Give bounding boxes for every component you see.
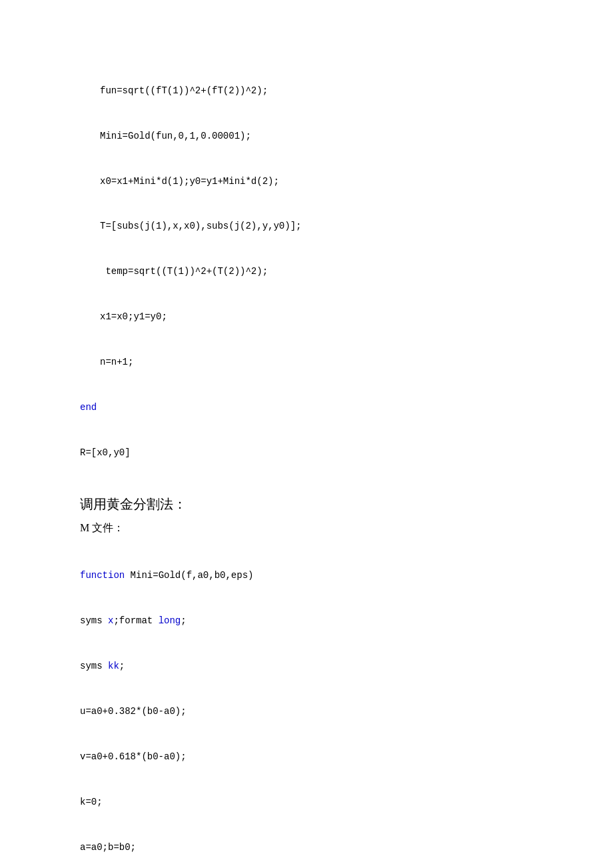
code-line: x0=x1+Mini*d(1);y0=y1+Mini*d(2); [80,174,573,189]
gold-code-block: function Mini=Gold(f,a0,b0,eps) syms x;f… [80,539,573,868]
gold-line-7: a=a0;b=b0; [80,840,573,855]
gold-line-4: u=a0+0.382*(b0-a0); [80,704,573,719]
code-line: temp=sqrt((T(1))^2+(T(2))^2); [80,264,573,279]
code-line-r: R=[x0,y0] [80,445,573,461]
section1-subtitle: M 文件： [80,517,573,539]
gold-line-5: v=a0+0.618*(b0-a0); [80,749,573,765]
gold-line-1: function Mini=Gold(f,a0,b0,eps) [80,568,573,583]
code-line: fun=sqrt((fT(1))^2+(fT(2))^2); [80,83,573,99]
gold-line-6: k=0; [80,795,573,810]
page-content: fun=sqrt((fT(1))^2+(fT(2))^2); Mini=Gold… [80,53,573,868]
gold-line-2: syms x;format long; [80,613,573,629]
gold-line-3: syms kk; [80,659,573,674]
code-line: n=n+1; [80,355,573,370]
code-line: T=[subs(j(1),x,x0),subs(j(2),y,y0)]; [80,219,573,234]
section1-title: 调用黄金分割法： [80,491,573,517]
code-block-top: fun=sqrt((fT(1))^2+(fT(2))^2); Mini=Gold… [80,53,573,491]
code-line: x1=x0;y1=y0; [80,309,573,325]
code-line-end: end [80,400,573,415]
code-line: Mini=Gold(fun,0,1,0.00001); [80,129,573,144]
